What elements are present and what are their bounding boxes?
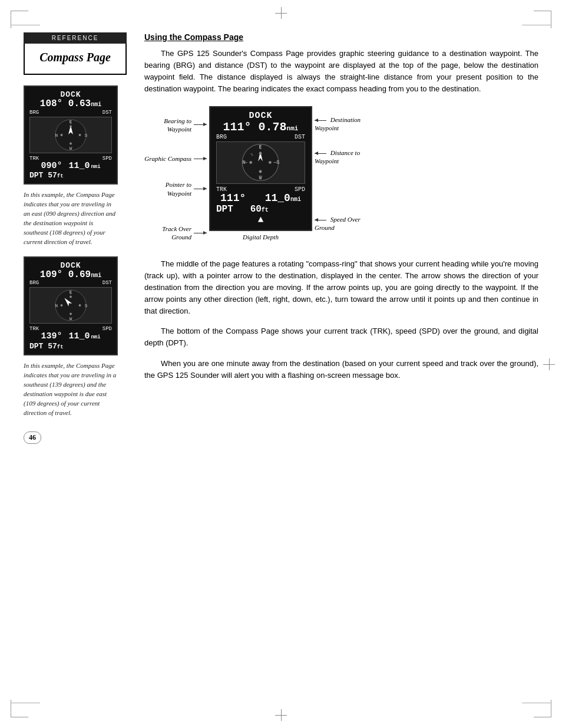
gps1-brg-dst-labels: BRG DST bbox=[29, 110, 112, 116]
caption-2-text: In this example, the Compass Page indica… bbox=[24, 362, 116, 416]
gps1-dpt-unit: ft bbox=[57, 173, 64, 179]
diag-bearing-value: 111° 0.78 bbox=[223, 120, 287, 134]
gps1-bearing-value: 108° 0.63 bbox=[40, 98, 91, 109]
paragraph-4: When you are one minute away from the de… bbox=[144, 358, 538, 381]
gps2-dpt-value: 57 bbox=[48, 342, 57, 351]
diagram-label-pointer: Pointer to Waypoint bbox=[144, 180, 209, 197]
dist-wp-text: Distance to Waypoint bbox=[315, 149, 360, 164]
diag-brg-label: BRG bbox=[216, 134, 227, 140]
diagram-area: Bearing to Waypoint Graphic Compass Poin… bbox=[144, 106, 538, 252]
gps2-bearing: 109° 0.69nmi bbox=[29, 270, 112, 281]
diag-trk-spd-values: 111° 11_0nmi bbox=[216, 193, 305, 205]
svg-text:S: S bbox=[85, 133, 88, 137]
gps1-bearing-unit: nmi bbox=[91, 101, 101, 108]
gps1-spd-value: 11_0 bbox=[68, 161, 90, 171]
diag-spd-value: 11_0 bbox=[265, 192, 290, 204]
diag-spd-unit: nmi bbox=[290, 196, 301, 203]
gps-diagram-mockup: DOCK 111° 0.78nmi BRG DST E W bbox=[209, 106, 312, 232]
gps1-dpt-line: DPT 57ft bbox=[29, 171, 112, 180]
diagram-labels-right: Destination Waypoint Distance to Waypoin… bbox=[312, 106, 377, 246]
bearing-label-text: Bearing to Waypoint bbox=[164, 117, 191, 133]
svg-point-10 bbox=[70, 142, 72, 144]
gps2-dpt-line: DPT 57ft bbox=[29, 342, 112, 351]
diag-dst-label: DST bbox=[295, 134, 305, 140]
body-text-2: The middle of the page features a rotati… bbox=[144, 258, 538, 381]
gps1-brg-label: BRG bbox=[29, 110, 39, 116]
section-title: Using the Compass Page bbox=[144, 32, 538, 42]
diagram-label-bearing: Bearing to Waypoint bbox=[144, 117, 209, 134]
svg-text:W: W bbox=[70, 317, 72, 321]
compass-page-title: Compass Page bbox=[39, 51, 111, 64]
svg-point-34 bbox=[259, 152, 262, 155]
body-text-1: The GPS 125 Sounder's Compass Page provi… bbox=[144, 48, 538, 95]
svg-text:S: S bbox=[85, 304, 88, 308]
svg-point-20 bbox=[70, 296, 72, 298]
track-label-text: Track Over Ground bbox=[162, 225, 191, 241]
diag-dpt-arrow: ▲ bbox=[216, 215, 305, 225]
label-destination-waypoint: Destination Waypoint bbox=[315, 116, 377, 133]
paragraph-1: The GPS 125 Sounder's Compass Page provi… bbox=[144, 48, 538, 95]
diag-gps-bearing: 111° 0.78nmi bbox=[216, 121, 305, 134]
gps2-trk-spd-values: 139° 11_0nmi bbox=[29, 332, 112, 342]
gps1-spd-unit: nmi bbox=[91, 164, 100, 170]
svg-point-32 bbox=[249, 161, 252, 164]
dest-wp-arrow bbox=[315, 120, 326, 121]
svg-point-7 bbox=[61, 134, 63, 136]
track-arrow bbox=[194, 233, 207, 233]
diagram-bottom-label: Digital Depth bbox=[243, 233, 279, 241]
gps-mockup-2: DOCK 109° 0.69nmi BRG DST E W N S bbox=[24, 256, 118, 355]
diag-dpt-label: DPT bbox=[216, 204, 233, 215]
gps2-spd-value: 11_0 bbox=[68, 331, 90, 341]
svg-text:N: N bbox=[55, 304, 58, 308]
diag-dpt-line: DPT 60ft bbox=[216, 204, 305, 215]
gps2-trk-value: 139° bbox=[41, 331, 62, 341]
reference-label: REFERENCE bbox=[52, 35, 99, 41]
dist-wp-arrow bbox=[315, 153, 326, 154]
diag-dpt-value: 60 bbox=[250, 204, 262, 215]
paragraph-2: The middle of the page features a rotati… bbox=[144, 258, 538, 318]
gps2-dpt-label: DPT bbox=[29, 342, 43, 351]
diagram-labels-left: Bearing to Waypoint Graphic Compass Poin… bbox=[144, 106, 209, 252]
gps1-bearing: 108° 0.63nmi bbox=[29, 99, 112, 110]
svg-point-9 bbox=[70, 125, 72, 127]
diagram-label-track: Track Over Ground bbox=[144, 225, 209, 242]
gps2-waypoint: DOCK bbox=[29, 261, 112, 270]
gps2-dst-label: DST bbox=[103, 280, 112, 286]
gps2-compass-ring: E W N S bbox=[29, 287, 112, 324]
label-distance-waypoint: Distance to Waypoint bbox=[315, 149, 377, 166]
svg-point-8 bbox=[79, 134, 81, 136]
gps1-dpt-value: 57 bbox=[48, 171, 57, 180]
reference-tab: REFERENCE bbox=[24, 32, 127, 44]
diag-spd-label: SPD bbox=[295, 186, 305, 193]
gps2-bearing-unit: nmi bbox=[91, 272, 101, 279]
pointer-label-text: Pointer to Waypoint bbox=[166, 181, 191, 196]
svg-text:N: N bbox=[55, 133, 58, 137]
gps1-spd-label: SPD bbox=[103, 156, 112, 162]
diag-bearing-unit: nmi bbox=[287, 125, 299, 132]
svg-point-18 bbox=[61, 304, 63, 307]
diag-trk-value: 111° bbox=[220, 192, 246, 204]
svg-text:S: S bbox=[276, 160, 279, 166]
page-number: 46 bbox=[24, 431, 41, 444]
svg-text:N: N bbox=[243, 160, 246, 166]
gps2-brg-label: BRG bbox=[29, 280, 39, 286]
diag-dpt-unit: ft bbox=[262, 207, 269, 213]
gps1-waypoint: DOCK bbox=[29, 90, 112, 99]
dest-wp-text: Destination Waypoint bbox=[315, 116, 361, 131]
svg-point-33 bbox=[269, 161, 272, 164]
label-speed-ground: Speed Over Ground bbox=[315, 215, 377, 232]
gps2-spd-label: SPD bbox=[103, 326, 112, 332]
diag-brg-dst-labels: BRG DST bbox=[216, 134, 305, 140]
gps1-compass-ring: E W N S bbox=[29, 117, 112, 153]
compass-page-title-box: Compass Page bbox=[24, 44, 127, 75]
label-track-over-ground: Track Over Ground bbox=[144, 225, 191, 242]
label-graphic-compass: Graphic Compass bbox=[144, 154, 191, 163]
svg-point-35 bbox=[259, 170, 262, 173]
gps1-dst-label: DST bbox=[103, 110, 112, 116]
svg-point-19 bbox=[79, 304, 81, 307]
gps2-dpt-unit: ft bbox=[57, 344, 64, 350]
diagram-label-compass: Graphic Compass bbox=[144, 154, 209, 163]
diag-gps-waypoint: DOCK bbox=[216, 111, 305, 121]
gps-mockup-1: DOCK 108° 0.63nmi BRG DST E W bbox=[24, 85, 118, 185]
svg-text:W: W bbox=[70, 146, 72, 151]
